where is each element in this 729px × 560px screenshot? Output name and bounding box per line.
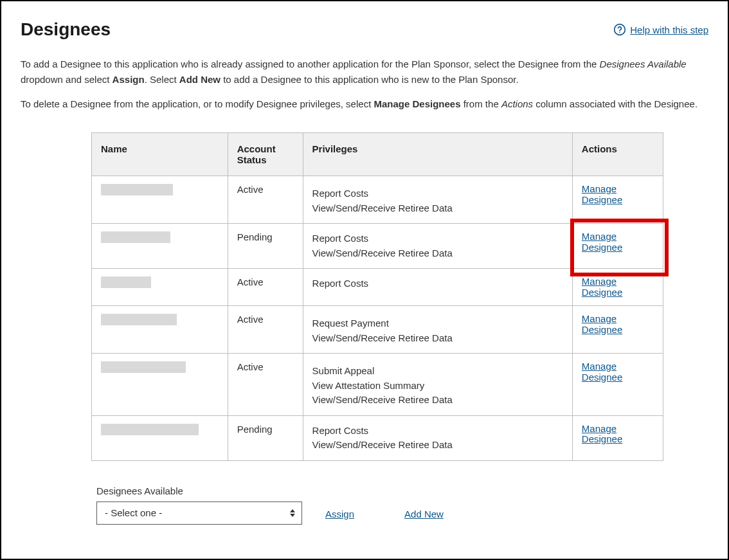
assign-link[interactable]: Assign [325, 509, 354, 519]
designees-panel: Designees Help with this step To add a D… [0, 0, 729, 560]
designees-table: Name Account Status Privileges Actions A… [91, 132, 663, 461]
status-cell: Active [228, 176, 303, 224]
designees-available-group: Designees Available - Select one - [96, 485, 302, 525]
col-actions: Actions [572, 133, 663, 176]
table-row: Active Report Costs View/Send/Receive Re… [92, 176, 663, 224]
redacted-name [101, 231, 170, 243]
col-privileges: Privileges [303, 133, 572, 176]
table-row: Pending Report Costs View/Send/Receive R… [92, 224, 663, 269]
privileges-cell: Report Costs View/Send/Receive Retiree D… [303, 224, 572, 269]
designees-available-label: Designees Available [96, 485, 302, 496]
select-placeholder: - Select one - [105, 507, 162, 518]
header-row: Designees Help with this step [21, 19, 708, 57]
table-row: Active Submit Appeal View Attestation Su… [92, 354, 663, 416]
svg-point-1 [619, 32, 620, 33]
designees-table-wrap: Name Account Status Privileges Actions A… [91, 132, 663, 461]
status-cell: Pending [228, 415, 303, 460]
privileges-cell: Submit Appeal View Attestation Summary V… [303, 354, 572, 416]
add-new-link[interactable]: Add New [404, 509, 444, 519]
redacted-name [101, 276, 151, 288]
redacted-name [101, 361, 186, 373]
manage-designee-link[interactable]: Manage Designee [582, 361, 654, 383]
designees-available-select[interactable]: - Select one - [96, 501, 302, 525]
privileges-cell: Report Costs View/Send/Receive Retiree D… [303, 176, 572, 224]
table-row: Active Request Payment View/Send/Receive… [92, 306, 663, 354]
table-row: Pending Report Costs View/Send/Receive R… [92, 415, 663, 460]
table-header-row: Name Account Status Privileges Actions [92, 133, 663, 176]
privileges-cell: Request Payment View/Send/Receive Retire… [303, 306, 572, 354]
page-title: Designees [21, 19, 111, 40]
redacted-name [101, 314, 177, 325]
status-cell: Active [228, 354, 303, 416]
manage-designee-link[interactable]: Manage Designee [582, 231, 654, 253]
footer-controls: Designees Available - Select one - Assig… [96, 485, 708, 525]
status-cell: Pending [228, 224, 303, 269]
status-cell: Active [228, 269, 303, 306]
svg-point-0 [615, 24, 626, 35]
status-cell: Active [228, 306, 303, 354]
col-name: Name [92, 133, 228, 176]
question-circle-icon [613, 23, 626, 36]
redacted-name [101, 424, 199, 435]
manage-designee-link[interactable]: Manage Designee [582, 276, 654, 298]
intro-paragraph-2: To delete a Designee from the applicatio… [21, 96, 708, 112]
help-link-label: Help with this step [630, 24, 708, 35]
select-arrows-icon [290, 509, 295, 517]
manage-designee-link[interactable]: Manage Designee [582, 424, 654, 445]
intro-paragraph-1: To add a Designee to this application wh… [21, 57, 708, 87]
manage-designee-link[interactable]: Manage Designee [582, 184, 654, 205]
table-row: Active Report Costs Manage Designee [92, 269, 663, 306]
redacted-name [101, 184, 173, 195]
help-with-step-link[interactable]: Help with this step [613, 23, 708, 36]
col-status: Account Status [228, 133, 303, 176]
privileges-cell: Report Costs View/Send/Receive Retiree D… [303, 415, 572, 460]
privileges-cell: Report Costs [303, 269, 572, 306]
manage-designee-link[interactable]: Manage Designee [582, 314, 654, 335]
